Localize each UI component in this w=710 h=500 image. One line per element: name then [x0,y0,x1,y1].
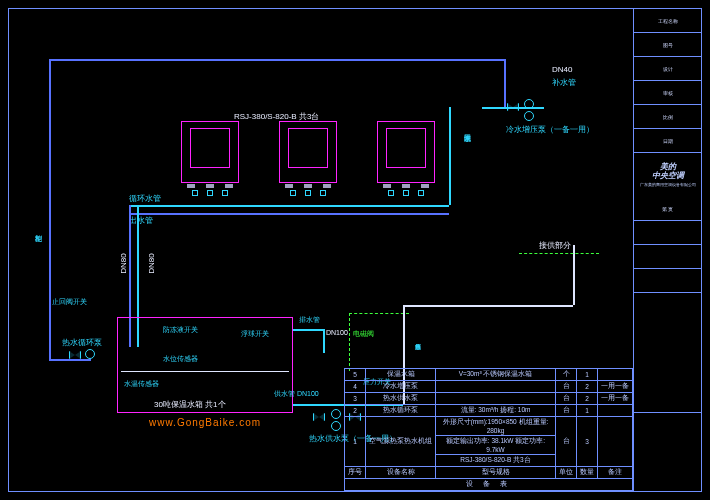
pipe [449,107,451,205]
supply-pump-icon [331,421,341,431]
manifold [129,205,449,207]
pipe [504,59,506,107]
label-supply-dn: 供水管 DN100 [274,389,319,399]
label-cold-fill-pump: 冷水增压泵（一备一用） [506,124,594,135]
water-level [121,371,289,372]
label-sensor: 水温传感器 [124,379,159,389]
label-dn100: DN100 [326,329,348,336]
tb-row: 第 页 [634,197,701,221]
label-out-pipe: 出水管 [129,215,153,226]
label-pump-loop: 热水循环泵 [62,337,102,348]
tb-row [634,293,701,413]
label-gov-section: 接供部分 [539,241,571,251]
tb-row [634,245,701,269]
pipe [49,59,51,359]
title-block: 工程名称 图号 设计 审核 比例 日期 美的 中央空调 广东美的商用空调设备有限… [633,9,701,491]
pipe [482,107,544,109]
watermark-text: www.GongBaike.com [149,417,261,428]
heat-pump-unit [181,121,239,183]
label-bleed: 止回阀开关 [52,297,87,307]
port-icon [388,190,394,196]
drawing-canvas: DN40 补水管 冷水增压泵（一备一用） 系统回水管 控制柜 RSJ-380/S… [9,9,633,491]
supply-pump-icon [331,409,341,419]
label-dn80a: DN80 [119,253,128,273]
pipe [573,245,575,305]
label-dn40: DN40 [552,65,572,74]
control-dash [349,313,409,314]
port-icon [207,190,213,196]
label-dn80b: DN80 [147,253,156,273]
tb-row: 工程名称 [634,9,701,33]
label-loop-pipe: 循环水管 [129,193,161,204]
tb-row: 设计 [634,57,701,81]
tb-row: 比例 [634,105,701,129]
tb-row: 日期 [634,129,701,153]
port-icon [403,190,409,196]
port-icon [418,190,424,196]
tb-row: 图号 [634,33,701,57]
label-tank: 30吨保温水箱 共1个 [154,399,226,410]
port-icon [222,190,228,196]
port-icon [320,190,326,196]
pipe [323,329,325,353]
manifold-return [129,213,449,215]
loop-pump-icon [85,349,95,359]
label-fill-pipe: 补水管 [552,77,576,88]
tb-row: 审核 [634,81,701,105]
control-dash [349,313,350,371]
drawing-frame: DN40 补水管 冷水增压泵（一备一用） 系统回水管 控制柜 RSJ-380/S… [8,8,702,492]
label-units-header: RSJ-380/S-820-B 共3台 [234,111,319,122]
valve-icon [313,413,325,421]
tb-row [634,269,701,293]
brand-logo: 美的 中央空调 广东美的商用空调设备有限公司 [634,153,701,197]
section-divider [519,253,599,254]
pipe [293,329,323,331]
heat-pump-unit [279,121,337,183]
port-icon [192,190,198,196]
port-icon [305,190,311,196]
heat-pump-unit [377,121,435,183]
port-icon [290,190,296,196]
label-drain: 排水管 [299,315,320,325]
pipe [403,305,573,307]
bom-table: 5保温水箱V=30m³ 不锈钢保温水箱个1 4冷水增压泵台2一用一备 3热水供水… [344,368,633,491]
label-float: 浮球开关 [241,329,269,339]
cold-fill-pump-icon [524,99,534,109]
pipe [49,59,504,61]
tb-row [634,221,701,245]
pipe [49,359,91,361]
label-solenoid: 电磁阀 [353,329,374,339]
valve-icon [69,351,81,359]
valve-icon [507,103,519,111]
cold-fill-pump-icon [524,111,534,121]
bom-title: 设 备 表 [345,479,633,491]
label-antifouling: 防冻液开关 [163,325,198,335]
label-levelctl: 水位传感器 [163,354,198,364]
